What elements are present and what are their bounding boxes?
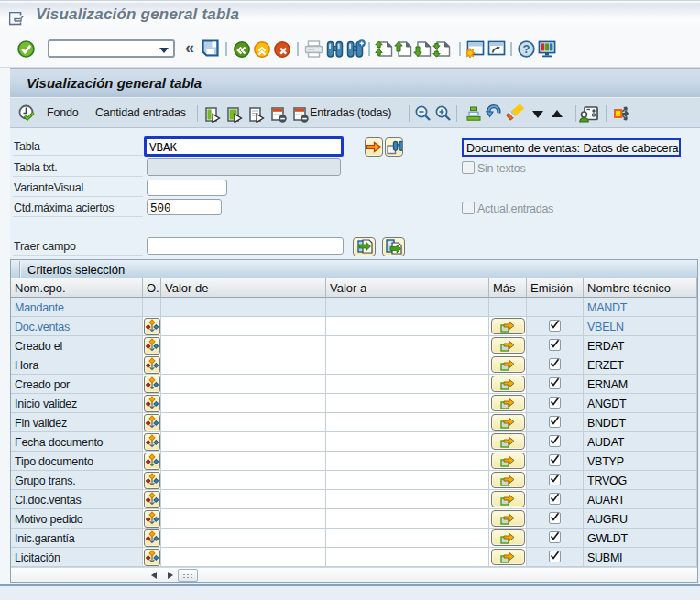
svg-text:?: ? bbox=[523, 42, 530, 56]
